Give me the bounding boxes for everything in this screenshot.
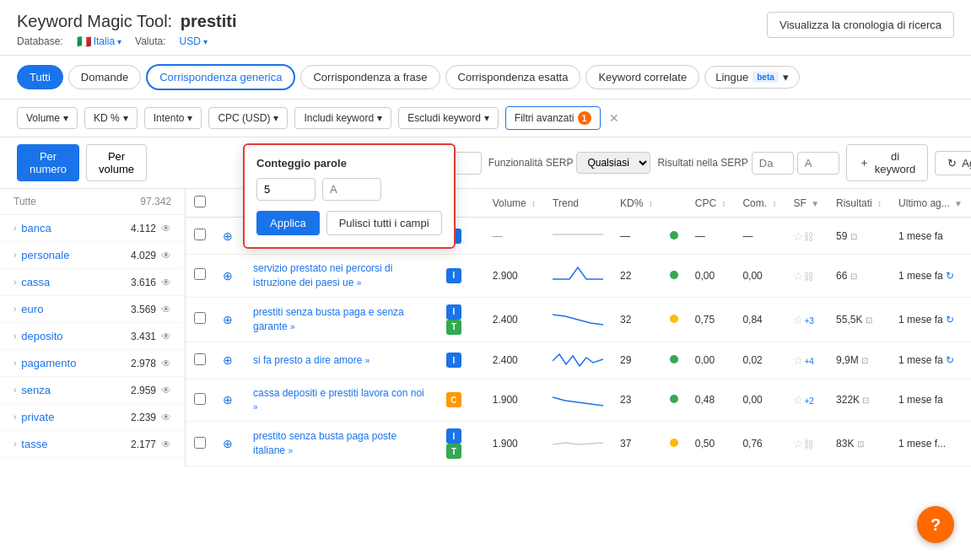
includi-filter[interactable]: Includi keyword ▾: [294, 107, 391, 129]
chevron-right-icon: ›: [13, 358, 16, 368]
row-checkbox[interactable]: [194, 268, 206, 280]
apply-button[interactable]: Applica: [256, 211, 320, 235]
languages-button[interactable]: Lingue beta ▾: [704, 66, 800, 89]
expand-arrows-icon: »: [290, 322, 295, 331]
chevron-down-icon: ▾: [484, 112, 489, 124]
sidebar-item-label: private: [21, 411, 126, 423]
star-icon: ☆: [793, 437, 804, 450]
table-row: ⊕ cassa depositi e prestiti lavora con n…: [186, 379, 971, 422]
tab-corrispondenza-generica[interactable]: Corrispondenza generica: [146, 64, 295, 90]
trend-col-header: Trend: [544, 189, 612, 218]
volume-cell: 1.900: [484, 422, 544, 466]
keyword-link[interactable]: cassa depositi e prestiti lavora con noi…: [253, 387, 424, 413]
cpc-filter[interactable]: CPC (USD) ▾: [208, 107, 288, 129]
tab-corrispondenza-esatta[interactable]: Corrispondenza esatta: [445, 65, 581, 89]
tab-corrispondenza-frase[interactable]: Corrispondenza a frase: [300, 65, 440, 89]
kd-cell: 22: [612, 255, 661, 298]
select-all-checkbox[interactable]: [194, 196, 206, 207]
plus-icon: ＋: [859, 155, 870, 170]
expand-icon[interactable]: ⊕: [223, 437, 233, 450]
history-button[interactable]: Visualizza la cronologia di ricerca: [767, 12, 954, 38]
refresh-row-icon[interactable]: ↻: [946, 270, 954, 282]
tab-domande[interactable]: Domande: [68, 65, 141, 89]
per-numero-button[interactable]: Per numero: [17, 144, 79, 181]
sidebar-item-deposito[interactable]: › deposito 3.431 👁: [0, 323, 185, 350]
sidebar-item-tasse[interactable]: › tasse 2.177 👁: [0, 431, 185, 458]
updated-cell: 1 mese fa ↻: [890, 297, 971, 342]
currency-selector[interactable]: USD ▾: [180, 35, 208, 47]
refresh-row-icon[interactable]: ↻: [946, 354, 954, 366]
results-col-header: Risultati ↕: [828, 189, 890, 218]
kd-filter[interactable]: KD % ▾: [84, 107, 138, 129]
sf-cell: ☆⛓: [785, 255, 828, 298]
refresh-row-icon[interactable]: ↻: [946, 314, 954, 326]
add-keyword-button[interactable]: ＋ di keyword: [846, 144, 928, 181]
cpc-cell: 0,75: [687, 297, 735, 342]
link-icon: ⛓: [804, 271, 814, 283]
star-icon: ☆: [793, 313, 804, 326]
keyword-link[interactable]: prestiti senza busta paga e senza garant…: [253, 306, 404, 332]
database-selector[interactable]: 🇮🇹 Italia ▾: [77, 35, 121, 48]
expand-arrows-icon: »: [365, 356, 370, 365]
expand-arrows-icon: »: [288, 446, 293, 455]
serp-features-select[interactable]: Qualsiasi: [576, 152, 650, 174]
clear-fields-button[interactable]: Pulisci tutti i campi: [326, 211, 442, 235]
sidebar-item-cassa[interactable]: › cassa 3.616 👁: [0, 269, 185, 296]
results-to-input[interactable]: [797, 152, 839, 175]
chevron-right-icon: ›: [13, 223, 16, 233]
expand-arrows-icon: »: [357, 278, 362, 288]
sidebar-item-pagamento[interactable]: › pagamento 2.978 👁: [0, 350, 185, 377]
updated-cell: 1 mese f...: [890, 422, 971, 466]
row-checkbox[interactable]: [194, 229, 206, 240]
com-cell: —: [734, 218, 785, 255]
word-count-from-input[interactable]: [256, 178, 316, 201]
sidebar-item-private[interactable]: › private 2.239 👁: [0, 404, 185, 431]
sidebar-item-euro[interactable]: › euro 3.569 👁: [0, 296, 185, 323]
filter-label: Intento: [154, 112, 185, 124]
sidebar-item-count: 3.616: [131, 277, 156, 288]
link-icon: ⛓: [804, 231, 814, 243]
intento-filter[interactable]: Intento ▾: [144, 107, 202, 129]
row-checkbox[interactable]: [194, 393, 206, 405]
volume-filter[interactable]: Volume ▾: [17, 107, 78, 129]
com-col-header: Com. ↕: [734, 189, 785, 218]
word-count-to-input[interactable]: [322, 178, 381, 201]
volume-col-header: Volume ↕: [484, 189, 544, 218]
cpc-cell: 0,00: [687, 255, 735, 298]
expand-icon[interactable]: ⊕: [223, 353, 233, 367]
sidebar-item-count: 4.112: [131, 223, 156, 234]
search-keyword: prestiti: [181, 12, 237, 30]
sidebar-item-senza[interactable]: › senza 2.959 👁: [0, 377, 185, 404]
refresh-button[interactable]: ↻ Aggiorna: [935, 151, 971, 175]
row-checkbox[interactable]: [194, 312, 206, 324]
expand-icon[interactable]: ⊕: [223, 229, 233, 243]
trend-chart: [553, 224, 603, 245]
row-checkbox[interactable]: [194, 353, 206, 365]
expand-icon[interactable]: ⊕: [223, 269, 233, 283]
expand-icon[interactable]: ⊕: [223, 313, 233, 326]
sidebar-item-personale[interactable]: › personale 4.029 👁: [0, 242, 185, 269]
serp-features-label: Funzionalità SERP: [488, 157, 574, 169]
com-cell: 0,76: [734, 422, 785, 466]
word-count-popup: Conteggio parole Applica Pulisci tutti i…: [243, 143, 456, 249]
sidebar-item-banca[interactable]: › banca 4.112 👁: [0, 215, 185, 242]
keyword-link[interactable]: servizio prestato nei percorsi di istruz…: [253, 262, 392, 288]
currency-label: Valuta:: [135, 35, 165, 47]
results-from-input[interactable]: [752, 152, 794, 175]
updated-col-header: Ultimo ag... ▼: [890, 189, 971, 218]
row-checkbox[interactable]: [194, 437, 206, 449]
per-volume-button[interactable]: Per volume: [86, 144, 147, 181]
results-icon: ⊡: [866, 315, 872, 325]
tab-keyword-correlate[interactable]: Keyword correlate: [585, 65, 699, 89]
tab-tutti[interactable]: Tutti: [17, 65, 63, 89]
keyword-link[interactable]: si fa presto a dire amore »: [253, 354, 370, 366]
keyword-link[interactable]: prestito senza busta paga poste italiane…: [253, 430, 396, 456]
intent-badge-i: I: [446, 268, 461, 283]
expand-icon[interactable]: ⊕: [223, 393, 233, 407]
updated-cell: 1 mese fa ↻: [890, 255, 971, 298]
filtri-avanzati-button[interactable]: Filtri avanzati 1: [505, 106, 601, 130]
results-cell: 59 ⊡: [828, 218, 890, 255]
escludi-filter[interactable]: Escludi keyword ▾: [398, 107, 499, 129]
updated-cell: 1 mese fa: [890, 379, 971, 422]
filter-close-button[interactable]: ✕: [607, 111, 621, 125]
